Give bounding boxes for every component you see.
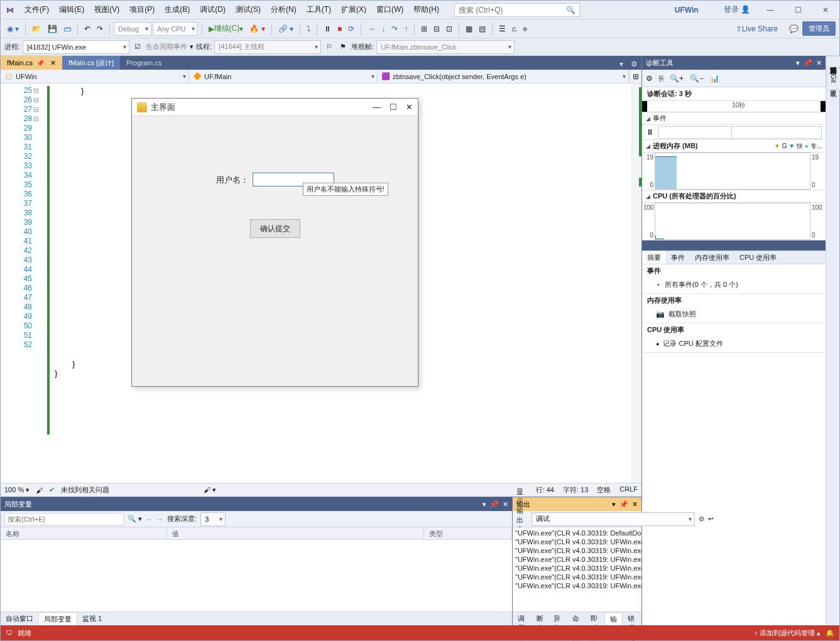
platform-combo[interactable]: Any CPU: [153, 22, 197, 36]
panel-pin-icon[interactable]: 📌: [490, 500, 499, 509]
submit-button[interactable]: 确认提交: [250, 219, 300, 238]
output-panel-header[interactable]: 输出 ▾📌✕: [513, 497, 641, 511]
output-text[interactable]: "UFWin.exe"(CLR v4.0.30319: DefaultDomai…: [513, 527, 641, 611]
diag-tab-cpu[interactable]: CPU 使用率: [734, 251, 782, 264]
nav-back-icon[interactable]: ◉ ▾: [4, 23, 21, 35]
brush-icon[interactable]: 🖌: [36, 487, 43, 494]
tab-fmain-cs[interactable]: fMain.cs📌✕: [1, 56, 62, 70]
redo-icon[interactable]: ↷: [94, 23, 106, 35]
config-combo[interactable]: Debug: [114, 22, 151, 36]
pin-icon[interactable]: 📌: [36, 60, 44, 67]
menu-analyze[interactable]: 分析(N): [266, 1, 302, 18]
sign-in-link[interactable]: 登录 👤: [724, 4, 750, 15]
menu-file[interactable]: 文件(F): [19, 1, 54, 18]
tab-watch1[interactable]: 监视 1: [77, 612, 107, 625]
locals-grid[interactable]: [1, 540, 512, 611]
eol-indicator[interactable]: CRLF: [619, 485, 638, 495]
tab-overflow-icon[interactable]: ▾: [616, 58, 627, 70]
dialog-minimize-icon[interactable]: —: [373, 102, 381, 112]
live-share-button[interactable]: ⇪ Live Share: [733, 23, 780, 35]
panel-pin-icon[interactable]: 📌: [619, 500, 628, 509]
cpu-chart[interactable]: 1000 1000: [642, 203, 826, 240]
global-search-input[interactable]: [459, 6, 566, 14]
menu-test[interactable]: 测试(S): [231, 1, 266, 18]
reset-view-icon[interactable]: 📊: [710, 74, 719, 83]
tab-output[interactable]: 输出: [604, 612, 623, 625]
stackframe-combo[interactable]: UF.fMain.zbtnsave_Click: [376, 40, 515, 54]
step-over-icon[interactable]: ↷: [389, 23, 400, 35]
panel-close-icon[interactable]: ✕: [632, 500, 638, 509]
menu-project[interactable]: 项目(P): [124, 1, 160, 18]
indent-indicator[interactable]: 空格: [597, 485, 611, 495]
tab-callstack[interactable]: 调用堆栈: [513, 612, 532, 625]
tab-fmain-design[interactable]: fMain.cs [设计]: [62, 56, 120, 70]
code-editor[interactable]: } } } 主界面 — ☐ ✕: [50, 83, 631, 483]
show-next-icon[interactable]: →: [365, 23, 378, 35]
panel-menu-icon[interactable]: ▾: [796, 59, 800, 67]
step-into-new-icon[interactable]: ⤵: [304, 23, 313, 35]
select-tools-icon[interactable]: ⎘: [659, 74, 663, 83]
process-combo[interactable]: [41832] UFWin.exe: [23, 40, 129, 54]
split-icon[interactable]: ⊞: [629, 70, 641, 83]
diag-memory-header[interactable]: ◢进程内存 (MB)▼ G ▼ 快 ● 专...: [642, 140, 826, 153]
panel-pin-icon[interactable]: 📌: [804, 59, 812, 67]
tab-autos[interactable]: 自动窗口: [1, 612, 38, 625]
menu-build[interactable]: 生成(B): [160, 1, 195, 18]
menu-tools[interactable]: 工具(T): [302, 1, 336, 18]
diagnostics-header[interactable]: 诊断工具 ▾📌✕: [642, 56, 826, 70]
dialog-maximize-icon[interactable]: ☐: [390, 102, 397, 112]
tab-errorlist[interactable]: 错误列表: [623, 612, 641, 625]
events-all-link[interactable]: ⚬所有事件(0 个，共 0 个): [647, 278, 821, 291]
pause-icon[interactable]: ⏸: [321, 23, 334, 35]
tab-settings-icon[interactable]: ⚙: [627, 58, 641, 70]
tab-immediate[interactable]: 即时窗口: [586, 612, 604, 625]
undo-icon[interactable]: ↶: [82, 23, 93, 35]
diag-tab-events[interactable]: 事件: [666, 251, 690, 264]
close-tab-icon[interactable]: ✕: [50, 59, 56, 67]
minimize-button[interactable]: —: [756, 1, 784, 19]
vtab-solution-explorer[interactable]: 解决方案资源管理器: [826, 56, 840, 67]
menu-window[interactable]: 窗口(W): [371, 1, 408, 18]
maximize-button[interactable]: ☐: [784, 1, 812, 19]
save-all-icon[interactable]: 🗃: [61, 23, 74, 35]
dialog-close-icon[interactable]: ✕: [406, 102, 413, 112]
locals-panel-header[interactable]: 局部变量 ▾📌✕: [1, 497, 512, 511]
tab-locals[interactable]: 局部变量: [38, 612, 77, 625]
diag-events-header[interactable]: ◢事件: [642, 112, 826, 125]
hot-reload-icon[interactable]: 🔥 ▾: [247, 23, 267, 35]
step-into-icon[interactable]: ↓: [379, 23, 388, 35]
browser-link-icon[interactable]: 🔗 ▾: [276, 23, 296, 35]
output-source-combo[interactable]: 调试: [532, 512, 695, 526]
zoom-in-icon[interactable]: 🔍+: [670, 74, 684, 83]
tb-ico-1[interactable]: ⊞: [418, 23, 430, 35]
search-icon[interactable]: 🔍 ▾: [128, 515, 142, 523]
tb-ico-7[interactable]: ⎌: [510, 23, 519, 35]
nav-class-combo[interactable]: 🔶UF.fMain: [189, 70, 378, 83]
menu-view[interactable]: 视图(V): [89, 1, 124, 18]
take-snapshot-link[interactable]: 📷截取快照: [647, 308, 821, 321]
locals-search-input[interactable]: [4, 513, 124, 525]
flag-icon[interactable]: ⚐: [324, 41, 335, 52]
memory-chart[interactable]: 190 190: [642, 153, 826, 190]
close-button[interactable]: ✕: [812, 1, 839, 19]
tb-ico-6[interactable]: ☰: [496, 23, 508, 35]
scm-link[interactable]: ↑ 添加到源代码管理 ▴: [754, 628, 821, 638]
global-search[interactable]: 🔍: [454, 3, 580, 17]
tb-ico-4[interactable]: ▦: [463, 23, 475, 35]
tab-command[interactable]: 命令窗口: [567, 612, 586, 625]
continue-button[interactable]: ▶ 继续(C) ▾: [206, 22, 246, 35]
tab-program-cs[interactable]: Program.cs: [120, 56, 168, 70]
brush2-icon[interactable]: 🖌 ▾: [204, 486, 216, 494]
menu-help[interactable]: 帮助(H): [408, 1, 444, 18]
thread-combo[interactable]: [41644] 主线程: [214, 40, 321, 54]
depth-combo[interactable]: 3: [200, 512, 226, 526]
tab-exceptions[interactable]: 异常设置: [548, 612, 567, 625]
tb-ico-5[interactable]: ▤: [476, 23, 488, 35]
tb-ico-8[interactable]: ⎆: [520, 23, 530, 35]
nav-method-combo[interactable]: 🟪zbtnsave_Click(object sender, EventArgs…: [378, 70, 629, 83]
panel-close-icon[interactable]: ✕: [503, 500, 508, 509]
flag2-icon[interactable]: ⚑: [337, 41, 349, 52]
panel-close-icon[interactable]: ✕: [816, 59, 822, 67]
open-file-icon[interactable]: 📂: [30, 23, 44, 35]
diag-cpu-header[interactable]: ◢CPU (所有处理器的百分比): [642, 190, 826, 203]
